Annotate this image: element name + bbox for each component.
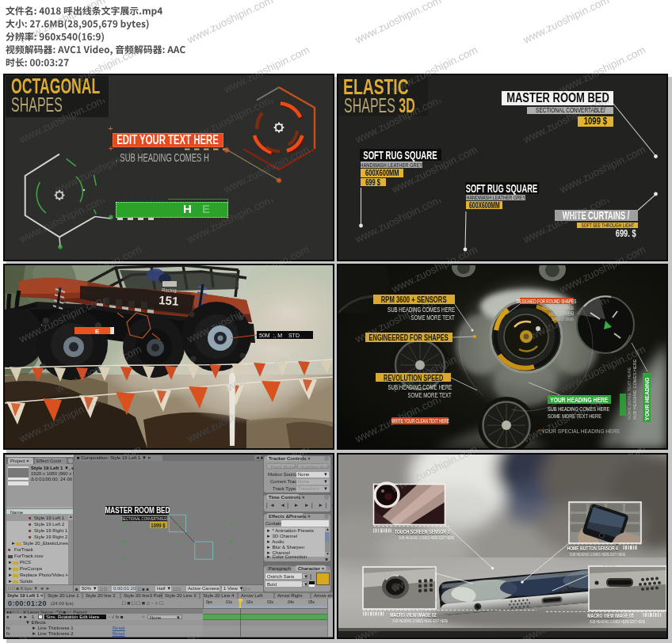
svg-text:YOUR HEADING: YOUR HEADING: [644, 377, 650, 420]
svg-text:Racing: Racing: [162, 287, 177, 293]
svg-text:50M :, M STD: 50M :, M STD: [259, 333, 300, 338]
svg-text:* YOUR SPECIAL HEADING HERE: * YOUR SPECIAL HEADING HERE: [538, 428, 620, 434]
svg-text:+: +: [108, 124, 113, 133]
svg-text:SUB HEADING COMES HERE: SUB HEADING COMES HERE: [632, 359, 637, 420]
svg-text:E: E: [95, 328, 100, 335]
svg-text:151: 151: [158, 293, 179, 308]
